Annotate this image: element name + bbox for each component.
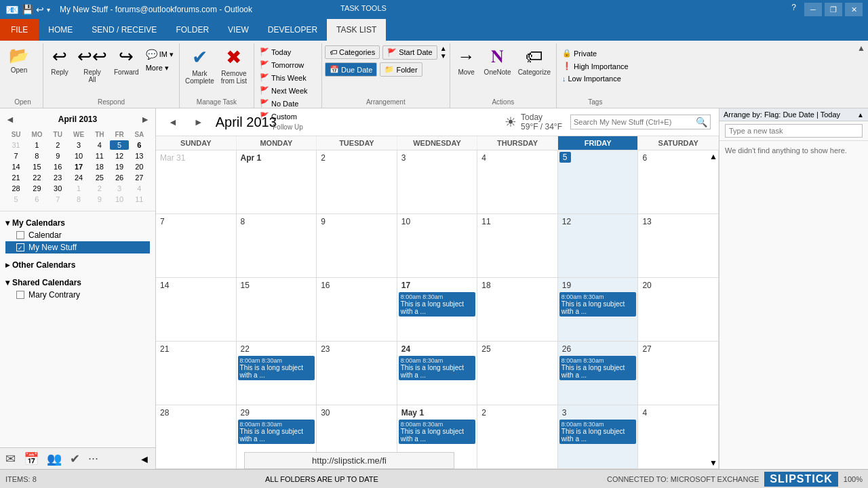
- list-item[interactable]: 5: [7, 195, 25, 204]
- cal-prev-btn[interactable]: ◄: [164, 115, 182, 129]
- cal-search-icon[interactable]: 🔍: [696, 117, 707, 127]
- cal-cell-apr14[interactable]: 14: [156, 278, 237, 342]
- list-item[interactable]: 23: [49, 173, 67, 182]
- onenote-button[interactable]: 𝐍 OneNote: [481, 45, 514, 77]
- this-week-followup-button[interactable]: 🚩 This Week: [257, 72, 319, 83]
- cal-cell-apr20[interactable]: 20: [638, 278, 719, 342]
- private-button[interactable]: 🔒 Private: [559, 47, 631, 59]
- cal-cell-apr16[interactable]: 16: [317, 278, 397, 342]
- cal-cell-apr10[interactable]: 10: [397, 214, 478, 278]
- more-button[interactable]: More ▾: [143, 62, 176, 74]
- cal-cell-apr24[interactable]: 24 8:00am 8:30am This is a long subject …: [397, 342, 478, 405]
- list-item[interactable]: 18: [90, 162, 108, 171]
- list-item[interactable]: 20: [130, 162, 149, 171]
- list-item[interactable]: 11: [90, 151, 108, 161]
- list-item[interactable]: 2: [49, 140, 67, 150]
- list-item[interactable]: 25: [90, 173, 108, 182]
- list-item[interactable]: 28: [7, 184, 25, 193]
- list-item[interactable]: 1: [26, 140, 47, 150]
- cal-cell-apr3[interactable]: 3: [397, 150, 478, 214]
- list-item[interactable]: 7: [7, 151, 25, 161]
- list-item[interactable]: 3: [110, 184, 128, 193]
- tab-send-receive[interactable]: SEND / RECEIVE: [82, 19, 166, 41]
- arrange-collapse-btn[interactable]: ▲: [857, 111, 864, 119]
- move-button[interactable]: → Move: [453, 45, 480, 77]
- list-item[interactable]: 15: [26, 162, 47, 171]
- cal-cell-apr5[interactable]: 5: [558, 150, 639, 214]
- list-item[interactable]: 17: [68, 162, 89, 171]
- cal-next-btn[interactable]: ►: [190, 115, 208, 129]
- list-item[interactable]: 7: [49, 195, 67, 204]
- cal-cell-apr7[interactable]: 7: [156, 214, 237, 278]
- list-item[interactable]: 9: [90, 195, 108, 204]
- nav-my-calendars-header[interactable]: ▾ My Calendars: [5, 217, 150, 229]
- mini-cal-next-btn[interactable]: ►: [140, 114, 150, 125]
- open-button[interactable]: 📂 Open: [5, 45, 33, 75]
- list-item[interactable]: 4: [90, 140, 108, 150]
- tomorrow-followup-button[interactable]: 🚩 Tomorrow: [257, 59, 319, 70]
- list-item[interactable]: 14: [7, 162, 25, 171]
- list-item[interactable]: 8: [26, 151, 47, 161]
- cal-cell-apr21[interactable]: 21: [156, 342, 237, 405]
- low-importance-button[interactable]: ↓ Low Importance: [559, 73, 631, 84]
- next-week-followup-button[interactable]: 🚩 Next Week: [257, 85, 319, 96]
- cal-cell-apr15[interactable]: 15: [237, 278, 317, 342]
- collapse-ribbon-btn[interactable]: ▲: [857, 43, 865, 53]
- minimize-btn[interactable]: ─: [804, 3, 822, 16]
- cal-cell-apr26[interactable]: 26 8:00am 8:30am This is a long subject …: [558, 342, 639, 405]
- cal-event-may3[interactable]: 8:00am 8:30am This is a long subject wit…: [559, 420, 637, 444]
- cal-event-apr26[interactable]: 8:00am 8:30am This is a long subject wit…: [559, 356, 637, 380]
- list-item[interactable]: 31: [7, 140, 25, 150]
- cal-scroll-up-btn[interactable]: ▲: [709, 152, 717, 161]
- list-item[interactable]: 22: [26, 173, 47, 182]
- im-button[interactable]: 💬 IM ▾: [143, 47, 176, 61]
- list-item[interactable]: 29: [26, 184, 47, 193]
- reply-all-button[interactable]: ↩↩ ReplyAll: [75, 45, 110, 85]
- nav-item-my-new-stuff[interactable]: My New Stuff: [5, 241, 150, 253]
- tab-view[interactable]: VIEW: [218, 19, 258, 41]
- cal-cell-apr25[interactable]: 25: [477, 342, 558, 405]
- no-date-followup-button[interactable]: 🚩 No Date: [257, 98, 319, 109]
- cal-cell-may4[interactable]: 4: [638, 405, 719, 469]
- cal-cell-apr11[interactable]: 11: [477, 214, 558, 278]
- start-date-button[interactable]: 🚩 Start Date: [382, 45, 437, 60]
- cal-cell-apr28[interactable]: 28: [156, 405, 237, 469]
- reply-button[interactable]: ↩ Reply: [46, 45, 73, 77]
- cal-event-apr29[interactable]: 8:00am 8:30am This is a long subject wit…: [238, 420, 315, 444]
- cal-event-apr24[interactable]: 8:00am 8:30am This is a long subject wit…: [399, 356, 476, 380]
- nav-people-icon[interactable]: 👥: [47, 451, 62, 466]
- list-item[interactable]: 4: [130, 184, 149, 193]
- cal-cell-apr4[interactable]: 4: [477, 150, 558, 214]
- tab-task-list[interactable]: TASK LIST: [327, 19, 386, 41]
- help-btn[interactable]: ?: [791, 3, 796, 16]
- cal-search-input[interactable]: [574, 118, 696, 126]
- categorize-button[interactable]: 🏷 Categorize: [515, 45, 553, 77]
- nav-calendar-icon[interactable]: 📅: [24, 451, 39, 466]
- tab-file[interactable]: FILE: [0, 19, 39, 41]
- list-item[interactable]: 10: [68, 151, 89, 161]
- list-item[interactable]: 3: [68, 140, 89, 150]
- cal-cell-apr1[interactable]: Apr 1: [237, 150, 317, 214]
- cal-cell-apr22[interactable]: 22 8:00am 8:30am This is a long subject …: [237, 342, 317, 405]
- remove-from-list-button[interactable]: ✖ Removefrom List: [218, 45, 250, 86]
- nav-more-icon[interactable]: ···: [88, 451, 98, 466]
- forward-button[interactable]: ↪ Forward: [111, 45, 142, 77]
- cal-cell-apr13[interactable]: 13: [638, 214, 719, 278]
- tab-home[interactable]: HOME: [39, 19, 82, 41]
- cal-cell-apr17[interactable]: 17 8:00am 8:30am This is a long subject …: [397, 278, 478, 342]
- cal-cell-apr2[interactable]: 2: [317, 150, 397, 214]
- cal-event-may1[interactable]: 8:00am 8:30am This is a long subject wit…: [399, 420, 476, 444]
- qat-undo-btn[interactable]: ↩: [36, 4, 44, 15]
- cal-event-apr17[interactable]: 8:00am 8:30am This is a long subject wit…: [399, 292, 476, 317]
- list-item[interactable]: 12: [110, 151, 128, 161]
- mini-cal-prev-btn[interactable]: ◄: [5, 114, 15, 125]
- qat-save-btn[interactable]: 💾: [22, 4, 33, 15]
- cal-cell-may2[interactable]: 2: [477, 405, 558, 469]
- cal-cell-may3[interactable]: 3 8:00am 8:30am This is a long subject w…: [558, 405, 639, 469]
- new-task-input[interactable]: [725, 124, 863, 138]
- custom-followup-button[interactable]: 🚩 Custom: [257, 110, 319, 122]
- high-importance-button[interactable]: ❗ High Importance: [559, 60, 631, 72]
- cal-cell-mar31[interactable]: Mar 31: [156, 150, 237, 214]
- list-item[interactable]: 9: [49, 151, 67, 161]
- list-item[interactable]: 24: [68, 173, 89, 182]
